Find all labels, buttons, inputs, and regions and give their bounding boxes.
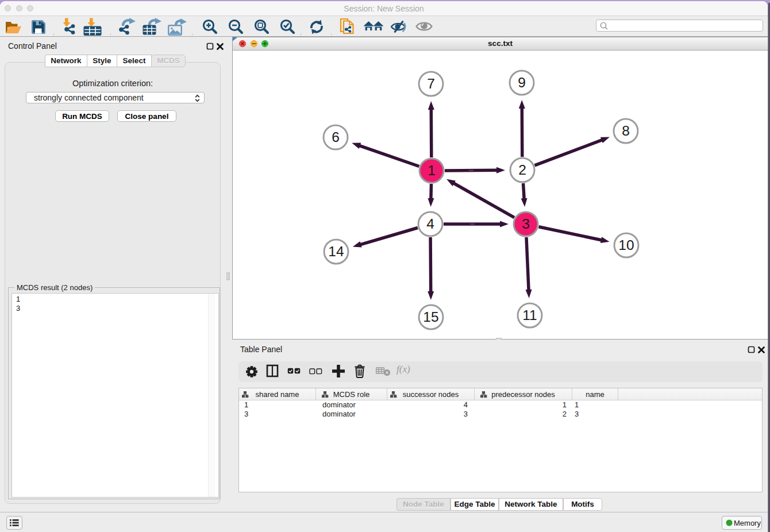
svg-text:15: 15 [423,309,438,325]
svg-text:7: 7 [427,76,435,91]
svg-text:14: 14 [328,244,344,259]
svg-text:3: 3 [522,216,530,232]
svg-text:11: 11 [522,307,537,323]
svg-text:10: 10 [618,237,634,253]
svg-text:9: 9 [518,75,526,90]
svg-text:4: 4 [426,216,434,232]
svg-text:6: 6 [332,129,340,145]
svg-text:1: 1 [428,163,436,178]
svg-text:8: 8 [622,123,630,138]
svg-text:2: 2 [518,162,526,178]
